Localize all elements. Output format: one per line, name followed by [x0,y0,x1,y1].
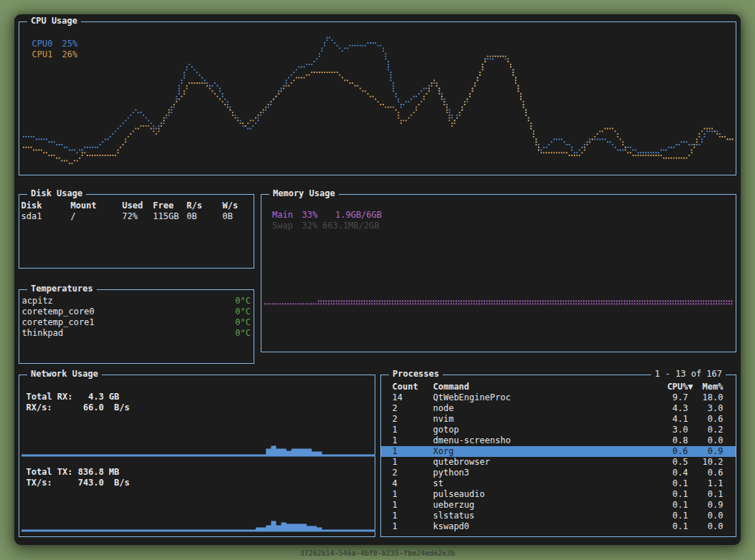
memory-history-chart [263,204,734,350]
process-row[interactable]: 1dmenu-screensho0.80.0 [381,435,736,446]
process-count: 1 [393,500,398,511]
process-mem: 18.0 [652,392,723,403]
temperature-label: acpitz [22,296,53,306]
process-row-selected[interactable]: 1Xorg0.60.9 [381,446,736,457]
panel-processes: Processes 1 - 13 of 167 CountCommandCPU%… [380,375,736,537]
temperature-label: thinkpad [22,328,64,338]
process-mem: 0.0 [652,521,723,532]
disk-cell: sda1 [21,211,42,222]
process-command: pulseaudio [433,489,485,500]
process-mem: 0.9 [652,500,723,511]
disk-cell: / [71,211,76,222]
process-row[interactable]: 1slstatus0.10.0 [381,511,736,521]
process-count: 4 [393,478,398,489]
process-row[interactable]: 14QtWebEngineProc9.718.0 [381,392,736,403]
process-command: node [433,403,454,414]
process-count: 14 [393,392,403,403]
process-header-row: CountCommandCPU%▼Mem% [381,382,736,392]
process-count: 2 [393,468,398,478]
temperature-value: 0°C [235,296,251,306]
temperature-row: acpitz0°C [22,296,251,306]
disk-header-cell: Free [153,201,174,211]
process-mem: 0.0 [652,511,723,521]
tx-sparkline [21,521,375,534]
net-rx-total: Total RX: 4.3 GB [27,392,120,402]
process-command: st [433,478,443,489]
disk-header-cell: Mount [71,201,97,211]
disk-header-cell: Disk [21,201,42,211]
process-count: 1 [393,435,398,446]
process-col-mem: Mem% [652,382,723,392]
process-count: 1 [393,521,398,532]
process-command: kswapd0 [433,521,470,532]
disk-cell: 0B [187,211,197,222]
process-col-command: Command [433,382,470,392]
panel-title-cpu: CPU Usage [27,16,81,26]
process-pagination: 1 - 13 of 167 [651,369,726,380]
process-command: qutebrowser [433,457,490,468]
process-col-count: Count [393,382,418,392]
process-command: slstatus [433,511,475,521]
disk-cell: 72% [122,211,138,222]
process-row[interactable]: 2nvim4.10.6 [381,414,736,425]
process-count: 1 [393,446,398,457]
process-row[interactable]: 4st0.11.1 [381,478,736,489]
net-tx-total: Total TX: 836.8 MB [27,467,120,478]
process-count: 2 [393,403,398,414]
desktop-watermark: 37262b14-546a-4bf0-b235-fbe24ede2e3b [0,548,755,559]
process-mem: 0.6 [652,414,723,425]
disk-header-cell: W/s [223,201,239,211]
temperature-value: 0°C [235,306,251,317]
panel-network: Network Usage Total RX: 4.3 GB RX/s: 66.… [19,375,375,537]
panel-title-temperatures: Temperatures [27,284,97,294]
panel-title-disk: Disk Usage [27,188,86,199]
net-tx-rate: TX/s: 743.0 B/s [27,478,130,488]
panel-title-memory: Memory Usage [269,188,339,199]
disk-cell: 0B [223,211,233,222]
process-mem: 0.0 [652,435,723,446]
process-mem: 0.9 [652,446,723,457]
process-row[interactable]: 1kswapd00.10.0 [381,521,736,532]
temperature-row: coretemp_core00°C [22,306,251,317]
rx-sparkline [21,445,375,458]
process-row[interactable]: 1qutebrowser0.510.2 [381,457,736,468]
temperature-value: 0°C [235,317,251,328]
process-command: python3 [433,468,470,478]
process-row[interactable]: 2python30.40.6 [381,468,736,478]
process-command: Xorg [433,446,454,457]
process-mem: 3.0 [652,403,723,414]
panel-temperatures: Temperatures acpitz0°Ccoretemp_core00°Cc… [19,289,254,364]
temperature-label: coretemp_core1 [22,317,95,327]
process-mem: 0.6 [652,468,723,478]
disk-header-cell: Used [122,201,143,211]
desktop-background: CPU Usage CPU025% CPU126% Disk Usage Dis… [0,0,755,560]
process-count: 1 [393,489,398,500]
panel-memory: Memory Usage Main33%1.9GB/6GBSwap32%663.… [261,194,736,352]
process-mem: 1.1 [652,478,723,489]
temperature-row: coretemp_core10°C [22,317,251,328]
process-row[interactable]: 1pulseaudio0.10.1 [381,489,736,500]
cpu-history-chart [23,32,735,175]
terminal-window: CPU Usage CPU025% CPU126% Disk Usage Dis… [14,14,741,545]
process-count: 1 [393,425,398,435]
temperature-label: coretemp_core0 [22,306,95,317]
panel-cpu: CPU Usage CPU025% CPU126% [19,21,736,175]
process-row[interactable]: 1ueberzug0.10.9 [381,500,736,511]
disk-cell: 115GB [153,211,179,222]
temperature-value: 0°C [235,328,251,339]
process-command: nvim [433,414,454,425]
process-command: dmenu-screensho [433,435,511,446]
process-mem: 10.2 [652,457,723,468]
panel-title-processes: Processes [389,369,443,380]
panel-disk: Disk Usage DiskMountUsedFreeR/sW/ssda1/7… [19,194,254,269]
process-count: 1 [393,457,398,468]
process-mem: 0.1 [652,489,723,500]
net-rx-rate: RX/s: 66.0 B/s [27,402,130,413]
temperature-row: thinkpad0°C [22,328,251,339]
process-count: 1 [393,511,398,521]
process-row[interactable]: 1gotop3.00.2 [381,425,736,435]
process-row[interactable]: 2node4.33.0 [381,403,736,414]
process-mem: 0.2 [652,425,723,435]
process-command: ueberzug [433,500,475,511]
process-count: 2 [393,414,398,425]
